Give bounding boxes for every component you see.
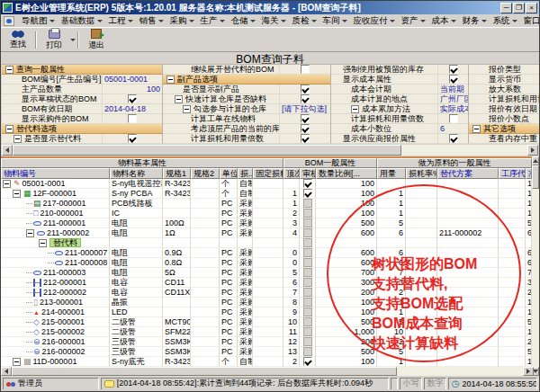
options-group-header[interactable]: 其它选项 (469, 124, 540, 134)
options-group-header[interactable]: 查询一般属性 (2, 65, 162, 75)
option-value[interactable]: 广州厂区 (437, 94, 468, 103)
option-value[interactable] (437, 75, 468, 84)
option-value[interactable]: 100 (102, 85, 162, 94)
audit-checkbox[interactable] (303, 317, 312, 326)
option-checkbox[interactable] (301, 85, 310, 94)
exit-button[interactable]: 退出 (81, 30, 112, 50)
scroll-left-icon[interactable] (2, 145, 13, 156)
audit-checkbox[interactable] (303, 278, 312, 287)
audit-checkbox[interactable] (303, 307, 312, 316)
scroll-up-icon[interactable] (532, 156, 539, 165)
menu-item[interactable]: 导航图 (18, 14, 58, 28)
menu-item[interactable]: 应收应付 (350, 14, 398, 28)
table-row[interactable]: ✎05001-0001S-ny电视遥控器 0R-3423个自制1001 (1, 179, 534, 189)
option-checkbox[interactable] (128, 134, 137, 143)
scroll-left-icon[interactable] (1, 367, 12, 376)
menu-item[interactable]: 系统 (490, 14, 520, 28)
collapse-icon[interactable] (175, 95, 183, 103)
collapse-icon[interactable] (183, 105, 191, 113)
option-checkbox[interactable] (128, 94, 137, 103)
menu-item[interactable]: 资产 (398, 14, 428, 28)
column-header[interactable]: 物料名称 (110, 168, 163, 179)
option-value[interactable]: 实际成本 (437, 104, 468, 113)
option-checkbox[interactable] (449, 75, 458, 84)
option-value[interactable] (437, 114, 468, 123)
print-button[interactable]: 打印 (39, 30, 69, 50)
audit-checkbox[interactable] (303, 268, 312, 277)
column-header[interactable]: 工序代号 (499, 168, 526, 179)
grid-vertical-scrollbar[interactable] (532, 156, 539, 376)
menu-item[interactable]: 成本 (428, 14, 459, 28)
option-value[interactable]: 05001-0001 (102, 75, 162, 84)
audit-checkbox[interactable] (303, 357, 312, 366)
option-checkbox[interactable] (449, 134, 458, 143)
option-value[interactable] (279, 94, 330, 103)
option-checkbox[interactable] (449, 114, 458, 123)
minimize-button[interactable]: ─ (500, 3, 512, 13)
grid-horizontal-scrollbar[interactable] (1, 367, 534, 376)
option-checkbox[interactable] (301, 124, 310, 133)
tree-expander[interactable] (39, 239, 47, 247)
audit-checkbox[interactable] (303, 218, 312, 227)
collapse-icon[interactable] (472, 125, 481, 133)
menu-item[interactable]: 基础数据 (58, 14, 105, 28)
collapse-icon[interactable] (166, 76, 175, 84)
menu-item[interactable]: 销售 (136, 14, 166, 28)
scrollbar-thumb[interactable] (12, 367, 397, 376)
column-header[interactable]: 规格2 (191, 168, 220, 179)
option-value[interactable] (279, 124, 330, 133)
audit-checkbox[interactable] (303, 258, 312, 267)
audit-checkbox[interactable] (303, 248, 312, 257)
option-value[interactable]: [请下拉勾选] (279, 104, 330, 113)
option-checkbox[interactable] (128, 114, 137, 123)
tree-expander[interactable] (13, 190, 21, 198)
column-header[interactable]: 顶次 (284, 168, 300, 179)
column-header[interactable]: 用量 (377, 168, 406, 179)
option-value[interactable] (279, 134, 330, 143)
print-dropdown-arrow[interactable] (69, 30, 76, 50)
column-header[interactable]: 损耗率% (406, 168, 437, 179)
audit-checkbox[interactable] (303, 238, 312, 247)
option-value[interactable] (279, 114, 330, 123)
column-header[interactable]: 审核 (300, 168, 316, 179)
find-button[interactable]: 查找 (3, 30, 33, 50)
option-value[interactable] (102, 114, 162, 123)
option-value[interactable] (437, 134, 468, 143)
option-value[interactable] (279, 85, 330, 94)
scroll-right-icon[interactable] (523, 367, 534, 376)
option-checkbox[interactable] (449, 65, 458, 74)
menu-item[interactable]: 财务 (459, 14, 490, 28)
column-header[interactable]: 规格1 (163, 168, 191, 179)
menu-item[interactable]: 车间 (320, 14, 350, 28)
menu-item[interactable]: 采购 (166, 14, 197, 28)
table-row[interactable]: ▩11D-000001S-ny底壳R-3423个自制210011 (1, 357, 534, 367)
column-header[interactable]: 数量比例[... (316, 168, 377, 179)
column-header[interactable]: 损.. (238, 168, 253, 179)
option-value[interactable] (102, 94, 162, 103)
options-group-header[interactable]: 副产品选项 (163, 75, 330, 85)
option-value[interactable]: 当前期 (437, 85, 468, 94)
option-value[interactable]: 2014-04-18 (102, 104, 162, 113)
audit-checkbox[interactable] (303, 327, 312, 336)
menu-item[interactable]: 海关 (258, 14, 289, 28)
option-checkbox[interactable] (301, 94, 310, 103)
scrollbar-thumb[interactable] (13, 145, 401, 156)
column-header[interactable]: 净需. (526, 168, 532, 179)
audit-checkbox[interactable] (303, 179, 312, 188)
option-value[interactable] (279, 65, 330, 74)
options-horizontal-scrollbar[interactable] (2, 145, 538, 156)
audit-checkbox[interactable] (303, 347, 312, 356)
collapse-icon[interactable] (5, 66, 14, 74)
column-header[interactable]: 固定损耗量 (253, 168, 284, 179)
close-button[interactable]: × (526, 3, 537, 13)
menu-item[interactable]: 工程 (105, 14, 136, 28)
audit-checkbox[interactable] (303, 337, 312, 346)
column-header[interactable]: 物料编号 (1, 168, 110, 179)
restore-button[interactable]: ❐ (513, 3, 525, 13)
collapse-icon[interactable] (14, 135, 22, 143)
navigator-icon[interactable] (4, 16, 14, 26)
tree-expander[interactable] (26, 229, 34, 237)
option-value[interactable] (102, 134, 162, 143)
menu-item[interactable]: 生产 (197, 14, 228, 28)
tree-expander[interactable] (3, 180, 11, 188)
